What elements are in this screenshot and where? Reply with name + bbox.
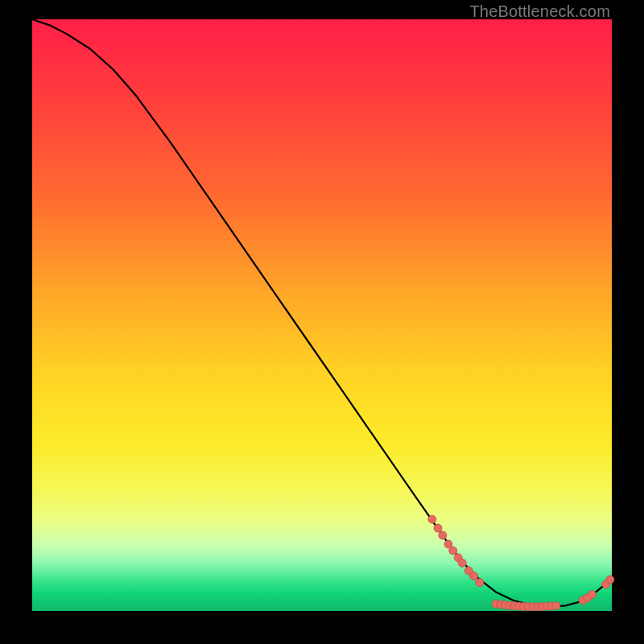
bottleneck-curve [32, 19, 612, 607]
data-point [476, 579, 484, 587]
data-point [449, 547, 457, 555]
data-point [434, 524, 442, 532]
chart-stage: TheBottleneck.com [0, 0, 644, 644]
data-point [552, 602, 560, 610]
plot-area [32, 19, 612, 611]
watermark-text: TheBottleneck.com [469, 2, 610, 21]
data-point [470, 572, 478, 580]
data-point [606, 576, 614, 584]
chart-svg [32, 19, 612, 611]
data-point [588, 590, 597, 598]
data-points [428, 515, 614, 611]
data-point [428, 515, 436, 523]
data-point [439, 531, 447, 539]
data-point [458, 559, 466, 567]
